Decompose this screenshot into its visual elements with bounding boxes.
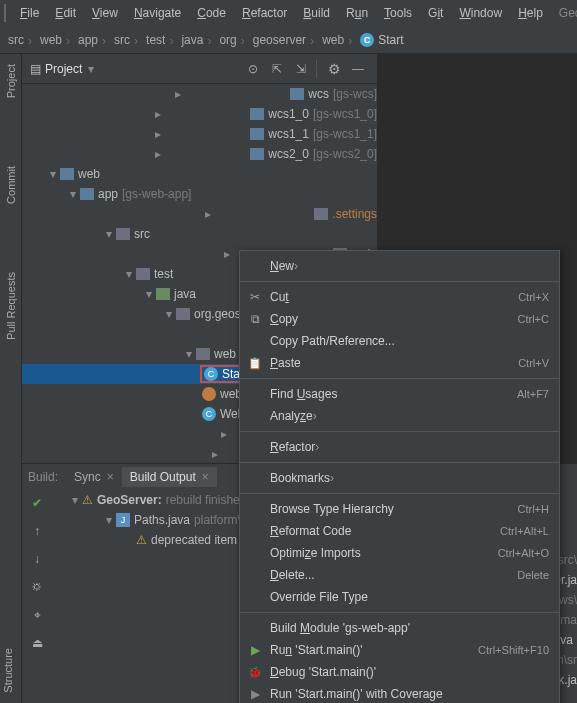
select-opened-icon[interactable]: ⊙: [242, 58, 264, 80]
project-header: ▤ Project ▾ ⊙ ⇱ ⇲: [22, 54, 377, 84]
ctx-cut[interactable]: CutCtrl+X: [240, 286, 559, 308]
ok-icon[interactable]: [28, 494, 46, 512]
class-icon: C: [202, 407, 216, 421]
rail-structure[interactable]: Structure: [0, 644, 21, 697]
hide-icon[interactable]: [347, 58, 369, 80]
filter-icon[interactable]: [28, 578, 46, 596]
ctx-delete[interactable]: Delete...Delete: [240, 564, 559, 586]
rail-commit[interactable]: Commit: [5, 162, 17, 208]
crumb-test[interactable]: test: [146, 33, 165, 47]
class-icon: C: [204, 367, 218, 381]
menu-edit[interactable]: Edit: [47, 6, 84, 20]
crumb-geoserver[interactable]: geoserver: [253, 33, 306, 47]
tree-wcs[interactable]: wcs[gs-wcs]: [22, 84, 377, 104]
collapse-all-icon[interactable]: ⇲: [290, 58, 312, 80]
crumb-web[interactable]: web: [40, 33, 62, 47]
tree-web[interactable]: web: [22, 164, 377, 184]
paste-icon: [248, 356, 262, 370]
build-label: Build:: [28, 470, 58, 484]
cut-icon: [248, 290, 262, 304]
menu-tools[interactable]: Tools: [376, 6, 420, 20]
crumb-webpkg[interactable]: web: [322, 33, 344, 47]
menu-navigate[interactable]: Navigate: [126, 6, 189, 20]
ctx-bookmarks[interactable]: Bookmarks: [240, 467, 559, 489]
ctx-debug[interactable]: Debug 'Start.main()': [240, 661, 559, 683]
tree-app[interactable]: app[gs-web-app]: [22, 184, 377, 204]
coverage-icon: [248, 687, 262, 701]
ctx-optimize[interactable]: Optimize ImportsCtrl+Alt+O: [240, 542, 559, 564]
tree-wcs10[interactable]: wcs1_0[gs-wcs1_0]: [22, 104, 377, 124]
tree-settings[interactable]: .settings: [22, 204, 377, 224]
debug-icon: [248, 665, 262, 679]
context-menu: New CutCtrl+X CopyCtrl+C Copy Path/Refer…: [239, 250, 560, 703]
target-icon[interactable]: [28, 606, 46, 624]
crumb-start[interactable]: CStart: [360, 33, 403, 47]
expand-all-icon[interactable]: ⇱: [266, 58, 288, 80]
ctx-findusages[interactable]: Find UsagesAlt+F7: [240, 383, 559, 405]
config-label: GeoS: [551, 6, 577, 20]
tab-build-output[interactable]: Build Output×: [122, 467, 217, 487]
ctx-run[interactable]: Run 'Start.main()'Ctrl+Shift+F10: [240, 639, 559, 661]
ctx-copy[interactable]: CopyCtrl+C: [240, 308, 559, 330]
gear-icon[interactable]: [323, 58, 345, 80]
copy-icon: [248, 312, 262, 326]
crumb-src[interactable]: src: [8, 33, 24, 47]
ctx-refactor[interactable]: Refactor: [240, 436, 559, 458]
ctx-paste[interactable]: PasteCtrl+V: [240, 352, 559, 374]
menu-build[interactable]: Build: [295, 6, 338, 20]
project-title[interactable]: Project: [45, 62, 82, 76]
close-icon[interactable]: ×: [107, 470, 114, 484]
ctx-analyze[interactable]: Analyze: [240, 405, 559, 427]
menu-help[interactable]: Help: [510, 6, 551, 20]
run-icon: [248, 643, 262, 657]
menu-run[interactable]: Run: [338, 6, 376, 20]
down-icon[interactable]: [28, 550, 46, 568]
class-icon: C: [360, 33, 374, 47]
menu-bar: File Edit View Navigate Code Refactor Bu…: [0, 0, 577, 26]
up-icon[interactable]: [28, 522, 46, 540]
file-icon: [202, 387, 216, 401]
app-logo-icon: [4, 4, 6, 22]
ctx-browse[interactable]: Browse Type HierarchyCtrl+H: [240, 498, 559, 520]
warning-icon: [82, 493, 97, 507]
crumb-app[interactable]: app: [78, 33, 98, 47]
tree-src[interactable]: src: [22, 224, 377, 244]
left-rail-bottom: Structure: [0, 410, 22, 703]
menu-file[interactable]: File: [12, 6, 47, 20]
ctx-reformat[interactable]: Reformat CodeCtrl+Alt+L: [240, 520, 559, 542]
close-icon[interactable]: ×: [202, 470, 209, 484]
menu-window[interactable]: Window: [451, 6, 510, 20]
ctx-override[interactable]: Override File Type: [240, 586, 559, 608]
menu-git[interactable]: Git: [420, 6, 451, 20]
build-rail: [22, 490, 52, 703]
rail-pullreq[interactable]: Pull Requests: [5, 268, 17, 344]
ctx-new[interactable]: New: [240, 255, 559, 277]
menu-refactor[interactable]: Refactor: [234, 6, 295, 20]
export-icon[interactable]: [28, 634, 46, 652]
ctx-copypath[interactable]: Copy Path/Reference...: [240, 330, 559, 352]
rail-project[interactable]: Project: [5, 60, 17, 102]
ctx-buildmod[interactable]: Build Module 'gs-web-app': [240, 617, 559, 639]
tree-wcs20[interactable]: wcs2_0[gs-wcs2_0]: [22, 144, 377, 164]
ctx-coverage[interactable]: Run 'Start.main()' with Coverage: [240, 683, 559, 703]
warning-icon: [136, 533, 151, 547]
project-dropdown-icon[interactable]: ▾: [88, 62, 94, 76]
tree-wcs11[interactable]: wcs1_1[gs-wcs1_1]: [22, 124, 377, 144]
tab-sync[interactable]: Sync×: [66, 467, 122, 487]
java-file-icon: [116, 513, 130, 527]
menu-view[interactable]: View: [84, 6, 126, 20]
crumb-java[interactable]: java: [181, 33, 203, 47]
crumb-org[interactable]: org: [219, 33, 236, 47]
breadcrumb: src web app src test java org geoserver …: [0, 26, 577, 54]
crumb-src2[interactable]: src: [114, 33, 130, 47]
menu-code[interactable]: Code: [189, 6, 234, 20]
